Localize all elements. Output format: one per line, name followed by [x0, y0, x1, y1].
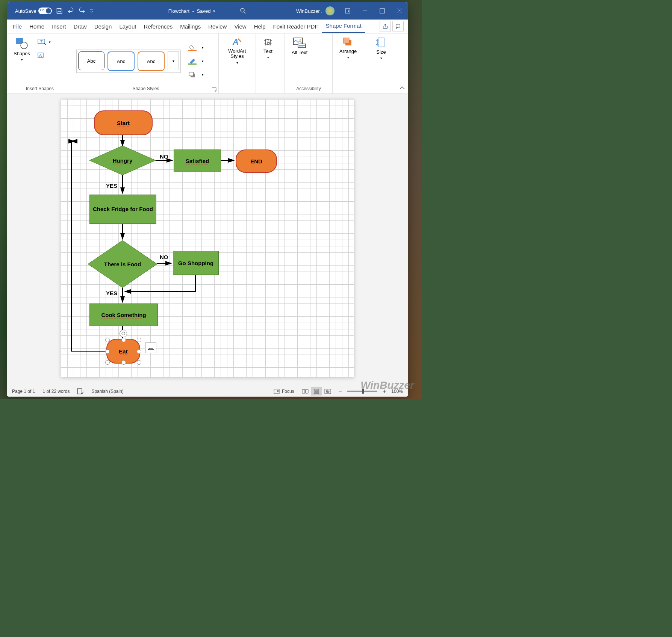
watermark: WinBuzzer — [360, 379, 414, 391]
status-language[interactable]: Spanish (Spain) — [91, 389, 123, 394]
edge-yes-2: YES — [106, 290, 117, 296]
svg-point-17 — [300, 39, 301, 41]
tab-references[interactable]: References — [140, 20, 176, 33]
style-preview-1[interactable]: Abc — [78, 51, 104, 70]
tab-mailings[interactable]: Mailings — [176, 20, 204, 33]
share-button[interactable] — [380, 21, 391, 32]
svg-point-2 — [241, 8, 244, 12]
text-button[interactable]: A Text▾ — [259, 35, 277, 60]
svg-rect-13 — [189, 72, 194, 76]
read-mode-button[interactable] — [300, 387, 311, 395]
size-button[interactable]: Size▾ — [372, 35, 390, 61]
edge-no-1: NO — [160, 153, 168, 160]
redo-icon[interactable] — [78, 7, 86, 15]
style-preview-3[interactable]: Abc — [138, 51, 165, 71]
shape-check-fridge[interactable]: Check Fridge for Food — [89, 195, 156, 224]
zoom-out-button[interactable]: − — [339, 388, 342, 395]
tab-shape-format[interactable]: Shape Format — [322, 20, 365, 33]
tab-review[interactable]: Review — [204, 20, 230, 33]
web-layout-button[interactable] — [322, 387, 333, 395]
resize-handle[interactable] — [137, 338, 141, 342]
doc-title: Flowchart — [168, 8, 189, 14]
resize-handle[interactable] — [105, 360, 110, 365]
close-button[interactable] — [391, 2, 408, 20]
size-label: Size — [376, 49, 386, 55]
resize-handle[interactable] — [105, 338, 110, 342]
alt-text-button[interactable]: Alt Text — [288, 35, 311, 56]
shape-fill-button[interactable]: ▾ — [187, 43, 205, 53]
wordart-styles-button[interactable]: A WordArt Styles▾ — [222, 35, 253, 65]
tab-view[interactable]: View — [230, 20, 250, 33]
resize-handle[interactable] — [105, 349, 110, 354]
toggle-pill[interactable]: On — [38, 8, 52, 14]
svg-rect-4 — [380, 9, 384, 13]
tab-file[interactable]: File — [9, 20, 26, 33]
resize-handle[interactable] — [121, 338, 126, 342]
style-gallery-more[interactable]: ▾ — [168, 51, 179, 70]
user-account[interactable]: WinBuzzer . — [292, 6, 339, 15]
search-icon[interactable] — [239, 7, 247, 15]
minimize-button[interactable] — [356, 2, 374, 20]
print-layout-button[interactable] — [311, 387, 322, 395]
page[interactable]: Start Hungry NO YES Satisfied END Check … — [61, 99, 354, 377]
tab-foxit[interactable]: Foxit Reader PDF — [269, 20, 322, 33]
edge-yes-1: YES — [106, 183, 117, 189]
tab-home[interactable]: Home — [26, 20, 48, 33]
edge-no-2: NO — [160, 254, 168, 260]
shapes-gallery-button[interactable]: Shapes ▾ — [10, 35, 34, 62]
status-words[interactable]: 1 of 22 words — [42, 389, 70, 394]
resize-handle[interactable] — [137, 349, 141, 354]
tab-layout[interactable]: Layout — [115, 20, 140, 33]
tab-help[interactable]: Help — [250, 20, 269, 33]
spellcheck-icon[interactable] — [77, 388, 84, 394]
group-label-shape-styles: Shape Styles — [76, 85, 215, 94]
shape-start[interactable]: Start — [94, 110, 153, 135]
chevron-down-icon[interactable]: ▾ — [212, 9, 215, 13]
tab-insert[interactable]: Insert — [48, 20, 70, 33]
shape-eat[interactable]: Eat — [106, 339, 140, 364]
maximize-button[interactable] — [374, 2, 391, 20]
shape-satisfied[interactable]: Satisfied — [174, 149, 221, 172]
shape-outline-button[interactable]: ▾ — [187, 56, 205, 66]
doc-status[interactable]: Saved — [197, 8, 211, 14]
user-name: WinBuzzer . — [296, 8, 322, 14]
tab-draw[interactable]: Draw — [70, 20, 91, 33]
dialog-launcher-icon[interactable] — [212, 87, 217, 92]
comments-button[interactable] — [392, 21, 404, 32]
shape-go-shopping[interactable]: Go Shopping — [173, 251, 219, 275]
qat-customize-icon[interactable] — [89, 7, 94, 15]
svg-rect-21 — [378, 38, 384, 47]
shape-hungry[interactable]: Hungry — [89, 146, 156, 175]
doc-title-sep: - — [191, 8, 195, 14]
save-icon[interactable] — [56, 7, 63, 15]
rotate-handle[interactable] — [120, 330, 127, 337]
tab-design[interactable]: Design — [91, 20, 116, 33]
shape-there-is-food[interactable]: There is Food — [88, 240, 157, 288]
shape-end[interactable]: END — [236, 149, 277, 173]
draw-textbox-button[interactable]: ▾ — [36, 37, 52, 47]
svg-rect-11 — [188, 63, 197, 65]
ribbon-display-button[interactable] — [339, 2, 356, 20]
shape-effects-button[interactable]: ▾ — [187, 70, 205, 80]
style-preview-2[interactable]: Abc — [107, 51, 135, 71]
undo-icon[interactable] — [67, 7, 74, 15]
resize-handle[interactable] — [137, 360, 141, 365]
focus-mode[interactable]: Focus — [274, 389, 294, 394]
titlebar: AutoSave On Flowchart - Saved ▾ WinBuzze… — [7, 2, 408, 20]
wordart-label: WordArt Styles — [226, 48, 249, 59]
resize-handle[interactable] — [121, 360, 126, 365]
document-area[interactable]: Start Hungry NO YES Satisfied END Check … — [7, 94, 408, 386]
alt-text-label: Alt Text — [292, 50, 307, 55]
collapse-ribbon-icon[interactable] — [399, 85, 405, 91]
ribbon: Shapes ▾ ▾ A Insert Shapes Abc Abc Abc ▾ — [7, 33, 408, 94]
layout-options-button[interactable] — [145, 343, 156, 353]
shape-cook[interactable]: Cook Something — [89, 303, 158, 326]
svg-text:A: A — [267, 39, 270, 45]
arrange-button[interactable]: Arrange▾ — [336, 35, 360, 60]
autosave-toggle[interactable]: AutoSave On — [15, 8, 52, 14]
svg-rect-0 — [58, 12, 61, 14]
status-page[interactable]: Page 1 of 1 — [12, 389, 35, 394]
svg-rect-10 — [188, 50, 197, 51]
svg-rect-20 — [343, 38, 349, 43]
edit-shape-button[interactable]: A — [36, 50, 52, 60]
